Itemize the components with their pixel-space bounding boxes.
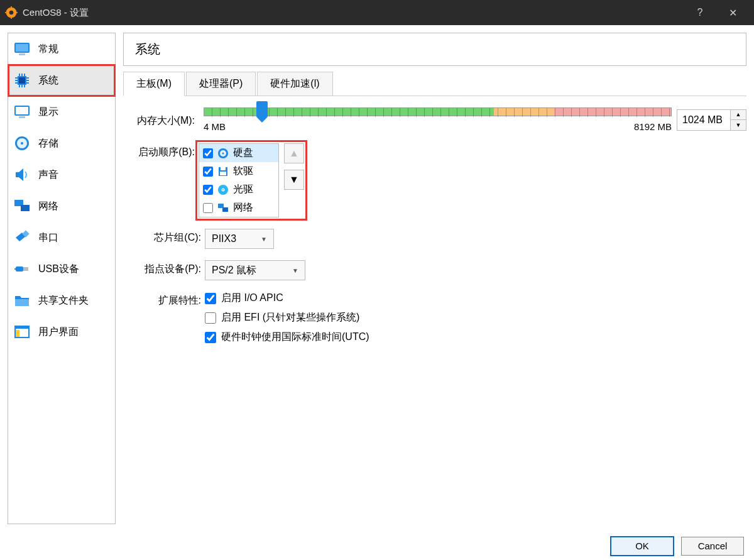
sidebar-item-label: 声音 (38, 168, 58, 182)
label-utc: 硬件时钟使用国际标准时间(UTC) (221, 331, 369, 344)
svg-rect-3 (11, 17, 12, 19)
boot-item-floppy[interactable]: 软驱 (199, 162, 278, 180)
svg-rect-35 (15, 299, 29, 306)
pointing-select[interactable]: PS/2 鼠标 ▼ (205, 260, 305, 280)
memory-slider[interactable]: 4 MB 8192 MB (204, 107, 672, 132)
sidebar-item-display[interactable]: 显示 (8, 96, 115, 128)
slider-track (204, 107, 672, 116)
footer: OK Cancel (0, 532, 754, 560)
sidebar-item-system[interactable]: 系统 (8, 65, 115, 96)
sidebar-item-label: 显示 (38, 106, 58, 119)
boot-check-floppy[interactable] (203, 167, 213, 177)
boot-item-network[interactable]: 网络 (199, 199, 278, 217)
extended-row: 扩展特性: 启用 I/O APIC 启用 EFI (只针对某些操作系统) 硬件时… (123, 292, 746, 350)
spin-up-icon[interactable]: ▲ (731, 110, 746, 120)
sidebar-item-shared[interactable]: 共享文件夹 (8, 285, 115, 316)
boot-arrows: ▲ ▼ (284, 143, 304, 190)
boot-label-floppy: 软驱 (233, 165, 253, 178)
folder-icon (13, 292, 31, 309)
content-area: 常规 系统 显示 存储 声音 网络 串口 USB设备 (0, 25, 754, 532)
sidebar-item-network[interactable]: 网络 (8, 190, 115, 222)
boot-check-hdd[interactable] (203, 148, 213, 158)
check-ioapic[interactable]: 启用 I/O APIC (205, 292, 369, 305)
monitor-icon (13, 40, 31, 58)
svg-rect-10 (19, 77, 25, 84)
boot-check-network[interactable] (203, 203, 213, 213)
help-button[interactable]: ? (684, 0, 716, 25)
sidebar-item-label: 系统 (38, 74, 58, 87)
sidebar-item-label: 常规 (38, 43, 58, 56)
boot-move-down[interactable]: ▼ (284, 170, 304, 190)
svg-rect-49 (222, 207, 228, 212)
svg-rect-7 (16, 44, 28, 52)
tab-acceleration[interactable]: 硬件加速(l) (257, 72, 332, 96)
chipset-row: 芯片组(C): PIIX3 ▼ (123, 229, 746, 249)
svg-rect-2 (11, 6, 12, 8)
arrow-up-icon: ▲ (289, 148, 299, 159)
svg-rect-24 (16, 107, 28, 114)
boot-item-hdd[interactable]: 硬盘 (199, 144, 278, 162)
network-icon (13, 197, 31, 215)
check-efi[interactable]: 启用 EFI (只针对某些操作系统) (205, 311, 369, 324)
slider-labels: 4 MB 8192 MB (204, 121, 672, 132)
speaker-icon (13, 166, 31, 184)
chipset-select[interactable]: PIIX3 ▼ (205, 229, 274, 249)
check-utc[interactable]: 硬件时钟使用国际标准时间(UTC) (205, 331, 369, 344)
checkbox-ioapic[interactable] (205, 293, 216, 304)
boot-move-up[interactable]: ▲ (284, 143, 304, 163)
svg-rect-38 (16, 330, 19, 337)
tab-motherboard[interactable]: 主板(M) (123, 72, 185, 96)
boot-list[interactable]: 硬盘 软驱 光驱 (199, 143, 279, 217)
cancel-button[interactable]: Cancel (681, 537, 744, 556)
sidebar-item-general[interactable]: 常规 (8, 33, 115, 65)
memory-row: 内存大小(M): 4 MB 8192 MB 1024 MB ▲ ▼ (123, 107, 746, 132)
sidebar-item-usb[interactable]: USB设备 (8, 253, 115, 285)
svg-point-1 (9, 11, 14, 15)
sidebar-item-ui[interactable]: 用户界面 (8, 316, 115, 348)
label-ioapic: 启用 I/O APIC (221, 292, 283, 305)
boot-label-hdd: 硬盘 (233, 146, 253, 160)
sidebar-item-label: 网络 (38, 200, 58, 213)
motherboard-panel: 内存大小(M): 4 MB 8192 MB 1024 MB ▲ ▼ (123, 96, 746, 373)
sidebar-item-label: 串口 (38, 231, 58, 244)
main-panel: 系统 主板(M) 处理器(P) 硬件加速(l) 内存大小(M): 4 MB 81… (123, 33, 746, 524)
memory-value[interactable]: 1024 MB (677, 114, 730, 126)
svg-rect-43 (221, 167, 226, 170)
chip-icon (13, 72, 31, 89)
gear-icon (5, 6, 18, 19)
sidebar-item-audio[interactable]: 声音 (8, 159, 115, 190)
pointing-label: 指点设备(P): (123, 260, 205, 276)
memory-spinner[interactable]: 1024 MB ▲ ▼ (677, 109, 746, 131)
window-title: CentOS8 - 设置 (23, 7, 684, 19)
sidebar-item-label: 共享文件夹 (38, 294, 89, 307)
chipset-value: PIIX3 (212, 233, 236, 244)
boot-item-optical[interactable]: 光驱 (199, 180, 278, 199)
page-title-box: 系统 (123, 33, 746, 66)
close-button[interactable]: ✕ (716, 0, 749, 25)
titlebar: CentOS8 - 设置 ? ✕ (0, 0, 754, 25)
boot-label: 启动顺序(B): (123, 143, 199, 159)
sidebar: 常规 系统 显示 存储 声音 网络 串口 USB设备 (8, 33, 116, 524)
svg-rect-8 (19, 53, 25, 55)
svg-rect-25 (19, 116, 25, 118)
tab-processor[interactable]: 处理器(P) (186, 72, 256, 96)
sidebar-item-label: 存储 (38, 137, 58, 150)
spin-down-icon[interactable]: ▼ (731, 120, 746, 130)
netboot-icon (217, 202, 229, 214)
boot-label-network: 网络 (233, 201, 253, 214)
ok-button[interactable]: OK (611, 537, 674, 556)
sidebar-item-label: USB设备 (38, 263, 79, 276)
slider-thumb[interactable] (256, 101, 268, 118)
hdd-icon (217, 147, 229, 160)
sidebar-item-serial[interactable]: 串口 (8, 222, 115, 253)
svg-rect-48 (218, 204, 224, 208)
floppy-icon (217, 165, 229, 178)
serial-icon (13, 229, 31, 246)
svg-rect-32 (16, 266, 23, 272)
checkbox-efi[interactable] (205, 312, 216, 324)
checkbox-utc[interactable] (205, 332, 216, 343)
sidebar-item-storage[interactable]: 存储 (8, 128, 115, 159)
boot-row: 启动顺序(B): 硬盘 软驱 (123, 143, 746, 217)
boot-check-optical[interactable] (203, 185, 213, 195)
memory-label: 内存大小(M): (123, 112, 199, 128)
